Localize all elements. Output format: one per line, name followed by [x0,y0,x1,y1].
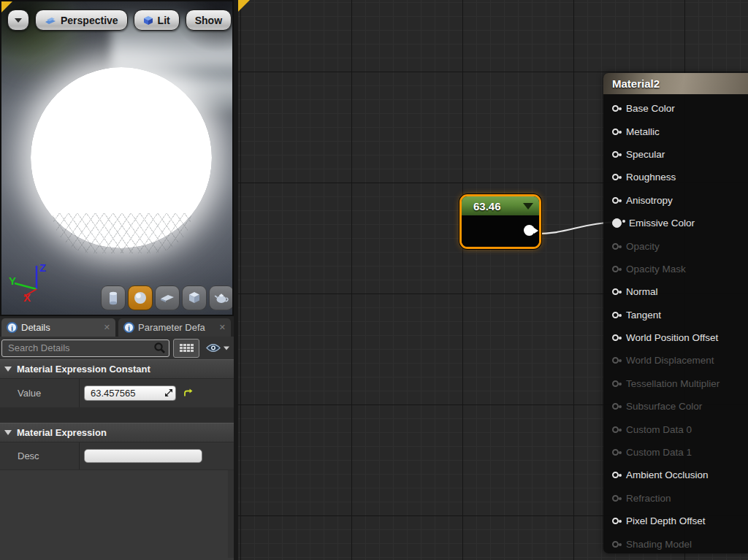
grid-icon [180,344,194,352]
preview-sphere [31,67,212,248]
pin-circle-icon[interactable] [612,174,619,180]
constant-node[interactable]: 63.46 [459,194,541,249]
property-matrix-button[interactable] [173,339,199,358]
axis-z-label: Z [39,261,46,274]
cylinder-shape-button[interactable] [101,285,126,310]
pin-circle-icon[interactable] [612,218,622,228]
pin-circle-icon[interactable] [612,334,619,341]
pin-pixel-depth-offset[interactable]: Pixel Depth Offset [603,510,748,532]
axis-gizmo: Z Y X [7,256,60,302]
pin-circle-icon[interactable] [612,243,619,250]
material-editor-window: Perspective Lit Show Z [0,0,748,560]
axis-x-label: X [23,291,31,302]
value-input[interactable] [84,386,176,401]
viewport-options-dropdown[interactable] [7,9,29,31]
perspective-icon [45,16,56,25]
sphere-icon [133,291,148,305]
pin-circle-icon[interactable] [612,151,619,158]
section-title: Material Expression [17,427,107,438]
value-editor [79,379,234,407]
section-title: Material Expression Constant [17,364,150,375]
preview-viewport[interactable]: Perspective Lit Show Z [0,0,234,316]
expand-triangle-icon [4,430,12,435]
pin-circle-icon[interactable] [612,266,619,272]
perspective-button[interactable]: Perspective [35,9,128,31]
pin-circle-icon[interactable] [612,288,619,295]
lit-button[interactable]: Lit [134,9,180,31]
pin-opacity[interactable]: Opacity [603,234,748,257]
constant-node-body [462,215,539,247]
value-property-row: Value [0,379,234,408]
close-icon[interactable]: ✕ [104,323,110,332]
pin-normal[interactable]: Normal [603,280,748,303]
pin-circle-icon[interactable] [612,518,619,524]
pin-opacity-mask[interactable]: Opacity Mask [603,258,748,280]
pin-circle-icon[interactable] [612,472,619,478]
tab-parameter-defaults-label: Parameter Defa [138,322,205,333]
reset-to-default-icon[interactable] [183,388,193,398]
cube-shape-button[interactable] [182,285,207,310]
material-node-header[interactable]: Material2 [603,73,748,95]
pin-anisotropy[interactable]: Anisotropy [603,189,748,212]
collapse-triangle-icon[interactable] [523,203,533,210]
pin-circle-icon[interactable] [612,495,619,502]
lit-cube-icon [143,15,153,26]
section-material-expression[interactable]: Material Expression [0,423,234,442]
sphere-shape-button[interactable] [128,285,153,310]
pin-circle-icon[interactable] [612,129,619,135]
pin-circle-icon[interactable] [612,197,619,204]
constant-output-pin[interactable] [524,225,535,236]
search-field-wrap [1,340,169,357]
pin-circle-icon[interactable] [612,357,619,364]
pin-refraction[interactable]: Refraction [603,487,748,510]
material-result-node[interactable]: Material2 Base Color Metallic Specular R… [603,73,748,553]
preview-shape-buttons [101,285,234,310]
left-panel: Perspective Lit Show Z [0,0,234,560]
material-node-title: Material2 [612,77,660,90]
pin-circle-icon[interactable] [612,380,619,387]
show-button[interactable]: Show [186,9,232,31]
pin-circle-icon[interactable] [612,403,619,410]
pin-emissive-color[interactable]: Emissive Color [603,212,748,234]
pin-roughness[interactable]: Roughness [603,166,748,188]
pin-shading-model[interactable]: Shading Model [603,532,748,555]
axis-y-label: Y [9,275,16,287]
desc-editor [79,442,234,469]
material-graph-canvas[interactable]: 63.46 Material2 Base Color Metallic Spec… [238,0,748,560]
pin-world-position-offset[interactable]: World Position Offset [603,326,748,349]
close-icon[interactable]: ✕ [219,323,226,332]
section-gap [0,408,234,423]
pin-circle-icon[interactable] [612,541,619,548]
teapot-shape-button[interactable] [209,285,234,310]
pin-subsurface-color[interactable]: Subsurface Color [603,395,748,418]
pin-tessellation-multiplier[interactable]: Tessellation Multiplier [603,372,748,395]
pin-circle-icon[interactable] [612,426,619,433]
details-tabbar: i Details ✕ i Parameter Defa ✕ [0,316,234,337]
tab-details[interactable]: i Details ✕ [1,318,115,337]
material-node-pins: Base Color Metallic Specular Roughness A… [603,95,748,556]
pin-custom-data-1[interactable]: Custom Data 1 [603,441,748,464]
value-label: Value [0,388,79,399]
search-details-input[interactable] [1,340,169,357]
desc-input[interactable] [84,449,202,463]
pin-custom-data-0[interactable]: Custom Data 0 [603,418,748,440]
pin-circle-icon[interactable] [612,105,619,112]
pin-base-color[interactable]: Base Color [603,97,748,120]
tab-details-label: Details [21,322,50,333]
view-options-button[interactable] [203,339,232,358]
cylinder-icon [107,291,120,305]
plane-shape-button[interactable] [155,285,180,310]
section-material-expression-constant[interactable]: Material Expression Constant [0,359,234,379]
drag-slider-icon[interactable] [165,389,172,396]
pin-specular[interactable]: Specular [603,143,748,166]
tab-parameter-defaults[interactable]: i Parameter Defa ✕ [118,318,231,337]
pin-circle-icon[interactable] [612,312,619,318]
teapot-icon [213,291,229,304]
pin-metallic[interactable]: Metallic [603,120,748,142]
constant-node-header[interactable]: 63.46 [462,196,539,215]
pin-tangent[interactable]: Tangent [603,304,748,326]
cube-icon [187,291,202,305]
pin-world-displacement[interactable]: World Displacement [603,349,748,372]
pin-ambient-occlusion[interactable]: Ambient Occlusion [603,464,748,486]
pin-circle-icon[interactable] [612,449,619,456]
